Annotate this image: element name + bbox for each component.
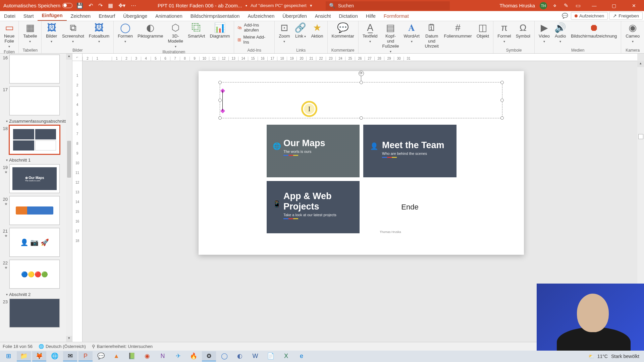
app-icon[interactable]: 📗 xyxy=(125,351,139,361)
tab-aufzeichnen[interactable]: Aufzeichnen xyxy=(244,11,278,21)
save-location[interactable]: Auf "diesem PC" gespeichert xyxy=(251,3,307,8)
tab-zeichnen[interactable]: Zeichnen xyxy=(67,11,95,21)
equation-button[interactable]: πFormel xyxy=(495,22,513,45)
tile-ende[interactable]: Ende xyxy=(363,181,457,233)
header-footer-button[interactable]: ▤Kopf- und Fußzeile xyxy=(380,22,401,55)
tab-start[interactable]: Start xyxy=(19,11,38,21)
present-icon[interactable]: ▦ xyxy=(107,2,114,9)
thumb-20[interactable]: 20★ xyxy=(0,195,66,227)
undo-icon[interactable]: ↶ xyxy=(87,2,94,9)
resize-handle[interactable] xyxy=(360,81,363,84)
tab-dictation[interactable]: Dictation xyxy=(335,11,362,21)
action-button[interactable]: ★Aktion xyxy=(309,22,325,40)
tab-animationen[interactable]: Animationen xyxy=(151,11,186,21)
app-icon[interactable]: ◉ xyxy=(140,351,154,361)
smartart-button[interactable]: ⿻SmartArt xyxy=(186,22,207,40)
thumb-16[interactable]: 16 xyxy=(0,54,66,85)
collaboration-indicator[interactable] xyxy=(638,134,643,139)
language-status[interactable]: 🌐Deutsch (Österreich) xyxy=(39,344,86,349)
redo-icon[interactable]: ↷ xyxy=(97,2,104,9)
explorer-icon[interactable]: 📁 xyxy=(17,351,31,361)
3dmodels-button[interactable]: ⬡3D- Modelle xyxy=(166,22,185,50)
vlc-icon[interactable]: ▲ xyxy=(109,351,123,361)
comment-button[interactable]: 💬Kommentar xyxy=(330,22,356,40)
scroll-handle[interactable] xyxy=(67,141,71,178)
tab-entwurf[interactable]: Entwurf xyxy=(95,11,119,21)
telegram-icon[interactable]: ✈ xyxy=(171,351,185,361)
resize-handle[interactable] xyxy=(218,81,222,84)
powerpoint-icon[interactable]: P xyxy=(78,351,93,361)
zoom-button[interactable]: ⊡Zoom xyxy=(277,22,292,45)
record-button[interactable]: Aufzeichnen xyxy=(571,12,608,20)
section-zusammenfassung[interactable]: Zusammenfassungsabschnitt xyxy=(0,117,66,124)
new-slide-button[interactable]: ▭Neue Folie xyxy=(2,22,16,50)
selected-textbox[interactable]: I xyxy=(220,82,502,118)
search-box[interactable]: 🔍 xyxy=(326,1,450,10)
screenrec-button[interactable]: ⏺Bildschirmaufzeichnung xyxy=(569,22,619,40)
tab-uebergaenge[interactable]: Übergänge xyxy=(119,11,151,21)
chrome-icon[interactable]: 🌐 xyxy=(48,351,62,361)
maximize-button[interactable]: ▢ xyxy=(606,3,622,8)
tab-bildschirm[interactable]: Bildschirmpräsentation xyxy=(186,11,244,21)
firefox-icon[interactable]: 🦊 xyxy=(32,351,46,361)
adjust-handle[interactable] xyxy=(220,109,225,113)
scroll-up-icon[interactable]: ▴ xyxy=(66,54,72,60)
share-button[interactable]: ↗Freigeben xyxy=(609,12,643,20)
video-button[interactable]: ▶Video xyxy=(537,22,552,45)
thumb-19[interactable]: 19★ ⊕ Our MapsThe worls is ours xyxy=(0,163,66,195)
outlook-icon[interactable]: ✉ xyxy=(63,351,77,361)
resize-handle[interactable] xyxy=(500,116,504,120)
rotation-handle-icon[interactable] xyxy=(359,71,364,76)
thumb-23[interactable]: 23 xyxy=(0,298,66,329)
thumb-21[interactable]: 21★ 👤 📷 🚀 xyxy=(0,227,66,259)
photoalbum-button[interactable]: 🖼Fotoalbum xyxy=(87,22,111,45)
resize-handle[interactable] xyxy=(500,99,504,102)
pen-icon[interactable]: ✎ xyxy=(562,2,570,9)
textbox-button[interactable]: A̲Textfeld xyxy=(361,22,380,45)
adjust-handle[interactable] xyxy=(220,88,225,93)
datetime-button[interactable]: 🗓Datum und Uhrzeit xyxy=(422,22,441,50)
onenote-icon[interactable]: N xyxy=(156,351,170,361)
user-name[interactable]: Thomas Hruska xyxy=(499,3,535,8)
tab-ueberpruefen[interactable]: Überprüfen xyxy=(278,11,311,21)
object-button[interactable]: ◫Objekt xyxy=(475,22,491,40)
icons-button[interactable]: ◐Piktogramme xyxy=(136,22,165,40)
slide-canvas[interactable]: I 🌐 Our Maps The worls is ours 👤 Meet th… xyxy=(199,71,524,255)
close-button[interactable]: ✕ xyxy=(626,3,641,8)
scroll-down-icon[interactable]: ▾ xyxy=(66,336,72,342)
tab-datei[interactable]: Datei xyxy=(0,11,19,21)
toggle-switch-icon[interactable] xyxy=(62,3,72,8)
system-tray[interactable]: ⛅ 11°C Stark bewölkt xyxy=(588,354,643,359)
scroll-up-icon[interactable]: ▴ xyxy=(637,61,644,67)
screenshot-button[interactable]: ⧉Screenshot xyxy=(60,22,86,45)
autosave-toggle[interactable]: Automatisches Speichern xyxy=(3,3,72,8)
audio-button[interactable]: 🔊Audio xyxy=(552,22,568,45)
pictures-button[interactable]: 🖼Bilder xyxy=(44,22,59,45)
tab-einfuegen[interactable]: Einfügen xyxy=(38,11,66,21)
tile-our-maps[interactable]: 🌐 Our Maps The worls is ours xyxy=(267,125,360,177)
resize-handle[interactable] xyxy=(218,116,222,120)
chart-button[interactable]: 📊Diagramm xyxy=(208,22,232,40)
slide-counter[interactable]: Folie 18 von 56 xyxy=(3,344,33,349)
resize-handle[interactable] xyxy=(500,81,504,84)
search-input[interactable] xyxy=(338,3,446,8)
resize-handle[interactable] xyxy=(360,116,363,120)
excel-icon[interactable]: X xyxy=(279,351,293,361)
app-icon[interactable]: ◐ xyxy=(233,351,247,361)
start-menu-button[interactable]: ⊞ xyxy=(1,351,15,361)
slidenumber-button[interactable]: #Foliennummer xyxy=(442,22,474,40)
tab-hilfe[interactable]: Hilfe xyxy=(362,11,380,21)
word-icon[interactable]: W xyxy=(248,351,262,361)
user-avatar[interactable]: TH xyxy=(540,2,547,9)
slidepanel-scrollbar[interactable]: ▴ ▾ xyxy=(66,54,72,342)
section-abschnitt2[interactable]: Abschnitt 2 xyxy=(0,291,66,298)
tile-meet-team[interactable]: 👤 Meet the Team Who are behind the scene… xyxy=(363,125,457,177)
save-icon[interactable]: 💾 xyxy=(75,2,85,9)
cloud-sync-icon[interactable]: ⋄ xyxy=(552,2,558,9)
app-icon[interactable]: 📄 xyxy=(264,351,278,361)
app-icon[interactable]: 🔥 xyxy=(186,351,201,361)
link-button[interactable]: 🔗Link xyxy=(292,22,308,40)
app-icon[interactable]: ◯ xyxy=(217,351,231,361)
tab-formformat[interactable]: Formformat xyxy=(380,11,413,21)
wordart-button[interactable]: 𝐀WordArt xyxy=(401,22,421,45)
